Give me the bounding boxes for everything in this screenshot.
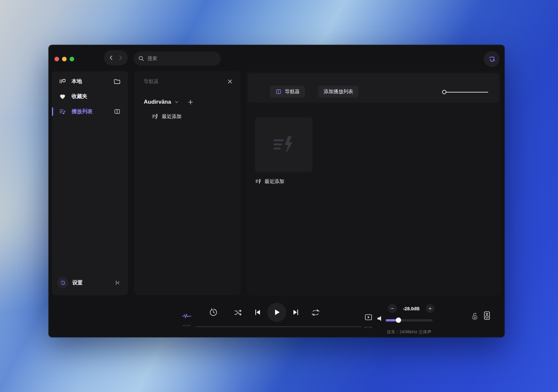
main-header: 导航器 添加播放列表	[248, 73, 499, 103]
sidebar-item-local[interactable]: 本地	[52, 76, 128, 87]
next-track-icon[interactable]	[292, 308, 300, 316]
volume-db-value: -28.0dB	[401, 306, 421, 311]
volume-slider[interactable]	[386, 318, 433, 323]
traffic-lights	[54, 57, 74, 61]
search-input[interactable]: 搜索	[134, 52, 221, 66]
app-window: 搜索 本地	[49, 45, 504, 337]
elapsed-time-block: --:--	[179, 313, 195, 328]
main-panel: 导航器 添加播放列表 最近添加	[246, 71, 501, 295]
folder-icon[interactable]	[113, 78, 121, 85]
unlock-icon[interactable]	[471, 312, 479, 322]
navigator-title: 导航器	[144, 78, 159, 85]
progress-bar[interactable]	[196, 326, 361, 327]
columns-icon	[275, 89, 282, 95]
volume-down-button[interactable]: −	[388, 304, 397, 313]
toggle-navigator-button[interactable]: 导航器	[270, 86, 305, 97]
elapsed-time: --:--	[183, 323, 191, 328]
forward-icon[interactable]	[118, 55, 123, 61]
shuffle-icon[interactable]	[234, 308, 242, 317]
waveform-icon	[179, 313, 195, 320]
slider-track	[445, 92, 488, 93]
navigator-item-label: 最近添加	[162, 113, 182, 120]
volume-up-button[interactable]: +	[426, 304, 435, 313]
volume-icon[interactable]	[377, 315, 384, 323]
remaining-time: --:--	[364, 325, 372, 329]
audirvana-logo-icon	[487, 55, 496, 63]
tile-label: 最近添加	[265, 178, 284, 185]
repeat-icon[interactable]	[311, 309, 320, 317]
sidebar-item-label: 收藏夹	[72, 93, 87, 100]
search-placeholder: 搜索	[147, 55, 157, 62]
library-icon	[58, 78, 66, 85]
playlist-tile-recently-added[interactable]	[255, 117, 312, 172]
volume-thumb[interactable]	[396, 318, 401, 323]
account-button[interactable]	[484, 51, 500, 67]
smart-playlist-icon	[152, 113, 159, 120]
sidebar-item-favorites[interactable]: 收藏夹	[52, 91, 128, 102]
mini-player-icon[interactable]	[360, 313, 376, 321]
remaining-time-block: --:--	[360, 313, 376, 330]
toggle-navigator-label: 导航器	[285, 89, 300, 95]
close-navigator-icon[interactable]	[226, 78, 233, 85]
collapse-sidebar-icon[interactable]	[114, 279, 121, 286]
sidebar-item-playlists[interactable]: 播放列表	[52, 106, 128, 117]
sidebar-item-label: 播放列表	[72, 108, 93, 115]
sidebar-item-settings[interactable]: 设置	[52, 276, 128, 289]
volume-db-controls: − -28.0dB +	[388, 304, 435, 313]
navigator-item-recently-added[interactable]: 最近添加	[152, 113, 182, 120]
smart-playlist-icon	[255, 178, 262, 185]
heart-icon	[58, 93, 66, 100]
smart-playlist-icon	[270, 131, 298, 159]
output-info: 达克：24/96kHz 立体声	[376, 329, 442, 335]
replay-icon[interactable]	[209, 308, 218, 317]
zoom-window-button[interactable]	[70, 57, 74, 61]
tile-label-row[interactable]: 最近添加	[255, 178, 284, 185]
chevron-down-icon	[175, 100, 179, 104]
back-icon[interactable]	[108, 55, 114, 61]
navigator-panel: 导航器 Audirvāna 最近添加	[134, 71, 241, 295]
add-playlist-button[interactable]: 添加播放列表	[318, 86, 358, 97]
previous-track-icon[interactable]	[254, 308, 262, 316]
settings-label: 设置	[72, 279, 83, 286]
audio-output-icon[interactable]	[483, 311, 491, 322]
minimize-window-button[interactable]	[62, 57, 67, 61]
playlist-icon	[58, 108, 66, 115]
play-button[interactable]	[267, 303, 286, 322]
library-selector[interactable]: Audirvāna	[144, 99, 194, 105]
tile-size-slider[interactable]	[442, 90, 488, 94]
add-library-icon[interactable]	[187, 99, 194, 105]
columns-icon[interactable]	[114, 108, 121, 115]
volume-track	[386, 319, 433, 321]
close-window-button[interactable]	[54, 57, 59, 61]
search-icon	[138, 55, 144, 62]
history-nav	[104, 50, 128, 65]
active-indicator	[52, 107, 53, 116]
sidebar: 本地 收藏夹 播	[52, 71, 128, 295]
play-icon	[273, 308, 281, 316]
slider-knob[interactable]	[442, 90, 446, 94]
audirvana-logo-icon	[57, 277, 68, 288]
add-playlist-label: 添加播放列表	[324, 89, 353, 95]
sidebar-item-label: 本地	[72, 78, 82, 85]
library-name: Audirvāna	[144, 99, 171, 105]
